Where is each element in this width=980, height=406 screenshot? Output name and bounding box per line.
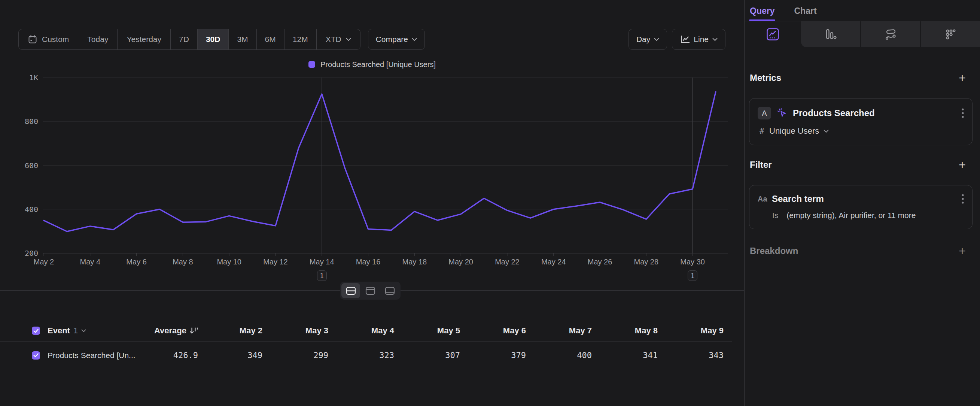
- chevron-down-icon: [346, 38, 351, 41]
- cell-value: 299: [270, 350, 337, 360]
- line-chart[interactable]: 2004006008001KMay 2May 4May 6May 8May 10…: [11, 71, 732, 270]
- chart-only-icon: [365, 287, 375, 295]
- x-axis-tick-label: May 8: [173, 258, 193, 266]
- average-value: 426.9: [173, 350, 198, 360]
- chevron-down-icon: [412, 38, 417, 41]
- cell-value: 379: [468, 350, 534, 360]
- range-button-12m[interactable]: 12M: [285, 29, 317, 49]
- filter-value[interactable]: (empty string), Air purifier, or 11 more: [786, 211, 916, 220]
- sidebar-tabs: Query Chart: [745, 0, 980, 21]
- breakdown-section-header: Breakdown +: [745, 245, 980, 257]
- x-axis-tick-label: May 26: [588, 258, 612, 266]
- range-button-3m[interactable]: 3M: [229, 29, 256, 49]
- calendar-icon: [28, 35, 37, 44]
- metrics-section-header: Metrics +: [745, 72, 980, 84]
- aggregation-dropdown[interactable]: Unique Users: [769, 126, 819, 136]
- event-click-icon: [776, 107, 788, 119]
- add-metric-button[interactable]: +: [959, 72, 966, 84]
- filter-operator[interactable]: Is: [772, 211, 778, 220]
- view-tab-retention[interactable]: [920, 21, 980, 47]
- range-button-custom[interactable]: Custom: [19, 29, 78, 49]
- check-icon: [33, 329, 38, 333]
- date-range-group: CustomTodayYesterday7D30D3M6M12MXTD: [18, 29, 361, 50]
- x-axis-tick-label: May 18: [402, 258, 427, 266]
- line-chart-icon: [680, 35, 690, 44]
- app: CustomTodayYesterday7D30D3M6M12MXTD Comp…: [0, 0, 980, 406]
- chart-type-label: Line: [694, 35, 709, 44]
- metric-name: Products Searched: [793, 108, 875, 118]
- date-column-header[interactable]: May 4: [337, 326, 402, 336]
- cell-value: 343: [666, 350, 732, 360]
- date-column-header[interactable]: May 5: [402, 326, 468, 336]
- chart-box: 2004006008001KMay 2May 4May 6May 8May 10…: [11, 71, 732, 283]
- filter-property-name: Search term: [772, 194, 824, 204]
- x-axis-tick-label: May 12: [263, 258, 288, 266]
- compare-label: Compare: [376, 35, 408, 44]
- add-breakdown-button[interactable]: +: [959, 245, 966, 257]
- legend-series-label: Products Searched [Unique Users]: [320, 60, 436, 69]
- range-button-yesterday[interactable]: Yesterday: [118, 29, 171, 49]
- filter-card-row: Aa Search term: [758, 194, 964, 204]
- tab-chart[interactable]: Chart: [794, 6, 816, 21]
- date-column-header[interactable]: May 8: [600, 326, 666, 336]
- cell-value: 400: [534, 350, 600, 360]
- series-line[interactable]: [44, 92, 716, 231]
- row-checkbox[interactable]: [32, 351, 40, 360]
- date-column-header[interactable]: May 6: [468, 326, 534, 336]
- range-button-today[interactable]: Today: [78, 29, 118, 49]
- view-tab-strip: [801, 21, 980, 47]
- annotation-badge[interactable]: 1: [317, 271, 327, 281]
- y-axis-tick-label: 600: [25, 161, 38, 170]
- view-tab-insights[interactable]: [745, 21, 801, 47]
- range-button-6m[interactable]: 6M: [257, 29, 285, 49]
- date-column-header[interactable]: May 2: [205, 326, 270, 336]
- event-count: 1: [73, 326, 78, 336]
- date-column-header[interactable]: May 7: [534, 326, 600, 336]
- x-axis-tick-label: May 22: [495, 258, 520, 266]
- y-axis-tick-label: 400: [25, 205, 38, 214]
- average-column-header[interactable]: Average: [154, 326, 198, 336]
- view-tab-funnels[interactable]: [801, 21, 860, 47]
- x-axis-tick-label: May 20: [449, 258, 473, 266]
- flows-icon: [884, 28, 897, 41]
- range-label: 30D: [206, 35, 221, 44]
- range-button-xtd[interactable]: XTD: [317, 29, 360, 49]
- x-axis-tick-label: May 28: [634, 258, 659, 266]
- cell-value: 307: [402, 350, 468, 360]
- x-axis-tick-label: May 24: [541, 258, 566, 266]
- range-button-30d[interactable]: 30D: [198, 29, 229, 49]
- table-header-main-cell: Event 1 Average: [0, 326, 205, 336]
- compare-button[interactable]: Compare: [368, 29, 425, 50]
- filter-card[interactable]: Aa Search term Is (empty string), Air pu…: [749, 185, 972, 229]
- table-column-divider: [205, 315, 205, 369]
- event-column-header[interactable]: Event 1: [48, 326, 86, 336]
- annotation-badge[interactable]: 1: [688, 271, 697, 281]
- check-icon: [33, 353, 38, 357]
- chart-type-dropdown[interactable]: Line: [672, 29, 725, 50]
- range-label: Yesterday: [127, 35, 161, 44]
- range-label: Today: [87, 35, 108, 44]
- layout-chart-only-button[interactable]: [361, 283, 380, 298]
- layout-table-only-button[interactable]: [380, 283, 399, 298]
- table-row[interactable]: Products Searched [Un... 426.9 349299323…: [0, 342, 732, 369]
- filter-kebab-menu[interactable]: [962, 194, 964, 204]
- date-column-header[interactable]: May 3: [270, 326, 337, 336]
- tab-query[interactable]: Query: [750, 6, 775, 21]
- range-button-7d[interactable]: 7D: [171, 29, 198, 49]
- metric-card[interactable]: A Products Searched # Unique Users: [749, 98, 972, 145]
- chevron-down-icon: [654, 38, 659, 41]
- view-switcher: [745, 21, 980, 47]
- y-axis-tick-label: 200: [25, 249, 38, 258]
- range-label: 7D: [179, 35, 189, 44]
- metric-kebab-menu[interactable]: [962, 108, 964, 118]
- toolbar: CustomTodayYesterday7D30D3M6M12MXTD Comp…: [18, 29, 725, 50]
- chart-legend: Products Searched [Unique Users]: [0, 60, 744, 68]
- granularity-dropdown[interactable]: Day: [628, 29, 667, 50]
- date-column-header[interactable]: May 9: [666, 326, 732, 336]
- select-all-checkbox[interactable]: [32, 326, 40, 335]
- add-filter-button[interactable]: +: [959, 159, 966, 171]
- layout-split-view-button[interactable]: [341, 283, 360, 298]
- view-tab-flows[interactable]: [860, 21, 920, 47]
- insights-icon: [766, 28, 780, 41]
- x-axis-tick-label: May 16: [356, 258, 381, 266]
